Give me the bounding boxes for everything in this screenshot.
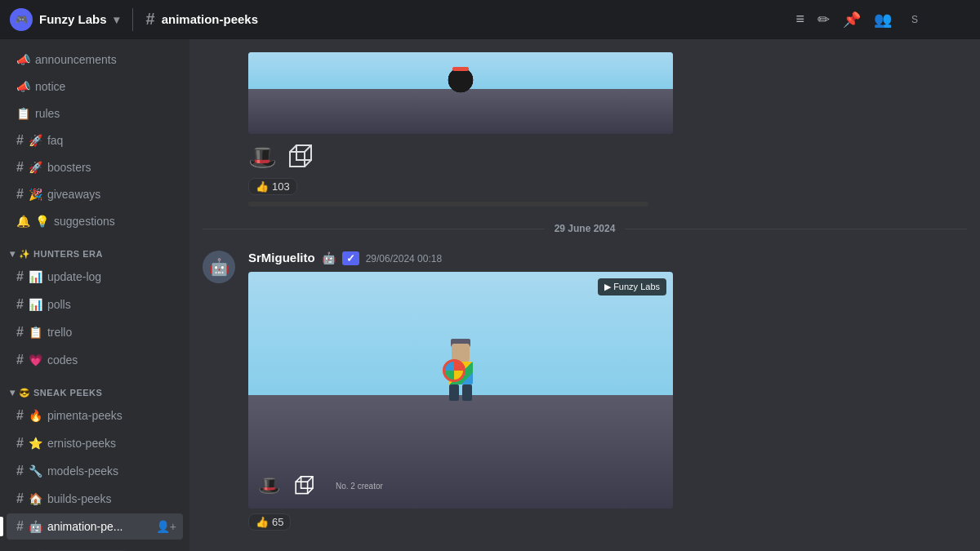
title-bar-actions: ≡ ✏ 📌 👥 S <box>795 11 970 29</box>
edit-icon[interactable]: ✏ <box>817 11 830 29</box>
svg-line-9 <box>308 488 313 493</box>
sidebar-item-codes[interactable]: # 💗 codes <box>7 347 183 373</box>
server-dropdown-icon[interactable]: ▾ <box>114 13 119 26</box>
channel-label: codes <box>47 353 78 367</box>
char-wheel <box>443 359 466 382</box>
channel-title: # animation-peeks <box>146 10 259 29</box>
sidebar-item-builds-peeks[interactable]: # 🏠 builds-peeks <box>7 486 183 512</box>
reaction-count: 103 <box>272 180 290 193</box>
separator-line-left <box>203 229 545 229</box>
polls-icon: 📊 <box>29 298 42 311</box>
megaphone-icon: 📣 <box>16 53 30 66</box>
category-emoji: 😎 <box>19 388 31 398</box>
megaphone-icon-2: 📣 <box>16 80 30 93</box>
sidebar-item-ernisto-peeks[interactable]: # ⭐ ernisto-peeks <box>7 430 183 456</box>
sidebar-item-giveaways[interactable]: # 🎉 giveaways <box>7 181 183 207</box>
pimenta-icon: 🔥 <box>29 409 42 422</box>
hash-icon: # <box>16 353 24 367</box>
badge-label: ✓ <box>342 251 359 265</box>
message-content-1: SrMiguelito 🤖 ✓ 29/06/2024 00:18 <box>248 251 967 531</box>
message-header-1: SrMiguelito 🤖 ✓ 29/06/2024 00:18 <box>248 251 967 265</box>
category-hunters-era[interactable]: ▾ ✨ HUNTERS ERA <box>0 235 189 263</box>
sidebar-item-announcements[interactable]: 📣 announcements <box>7 47 183 73</box>
bell-icon: 🔔 <box>16 215 30 228</box>
sidebar-item-pimenta-peeks[interactable]: # 🔥 pimenta-peeks <box>7 402 183 429</box>
svg-line-4 <box>305 160 311 167</box>
cube-watermark-icon <box>293 473 319 499</box>
faq-emoji-icon: 🚀 <box>29 134 42 147</box>
reaction-thumbsup-2[interactable]: 👍 65 <box>248 513 291 531</box>
title-divider <box>132 8 133 31</box>
hash-icon: # <box>16 187 24 202</box>
hash-icon: # <box>16 408 24 423</box>
channel-label: trello <box>47 326 72 339</box>
date-label: 29 June 2024 <box>555 223 616 234</box>
hash-icon: # <box>16 325 24 340</box>
avatar-emoji: 🤖 <box>209 257 229 277</box>
category-sneak-peeks[interactable]: ▾ 😎 SNEAK PEEKS <box>0 374 189 402</box>
message-partial: 🎩 👍 103 <box>189 46 980 210</box>
server-name[interactable]: 🎮 Funzy Labs ▾ <box>10 8 119 31</box>
reaction-count-2: 65 <box>272 516 283 528</box>
rules-icon: 📋 <box>16 107 30 120</box>
channel-label: boosters <box>47 161 91 174</box>
sidebar-item-faq[interactable]: # 🚀 faq <box>7 127 183 153</box>
sidebar: 📣 announcements 📣 notice 📋 rules # 🚀 faq… <box>0 39 189 551</box>
message-1: 🤖 SrMiguelito 🤖 ✓ 29/06/2024 00:18 <box>189 247 980 534</box>
hash-icon: # <box>16 519 24 534</box>
category-arrow: ▾ <box>10 248 16 260</box>
reaction-thumbsup-1[interactable]: 👍 103 <box>248 178 297 195</box>
trello-icon: 📋 <box>29 326 42 339</box>
hash-icon: # <box>16 436 24 451</box>
date-separator: 29 June 2024 <box>189 210 980 247</box>
partial-content: 🎩 👍 103 <box>248 52 673 207</box>
hash-icon: # <box>16 160 24 175</box>
sidebar-item-suggestions[interactable]: 🔔 💡 suggestions <box>7 208 183 234</box>
username-emoji: 🤖 <box>322 251 336 264</box>
sidebar-item-models-peeks[interactable]: # 🔧 models-peeks <box>7 458 183 484</box>
hat-watermark-icon: 🎩 <box>258 475 280 496</box>
new-unreads-item[interactable]: # ▲ NEW UNREADS <box>7 544 183 551</box>
channel-label: announcements <box>35 53 117 66</box>
giveaways-emoji-icon: 🎉 <box>29 188 42 201</box>
thread-icon[interactable]: ≡ <box>795 11 804 28</box>
sidebar-item-rules[interactable]: 📋 rules <box>7 100 183 127</box>
channel-label: giveaways <box>47 188 100 201</box>
char-leg-left <box>449 384 459 401</box>
top-channels: 📣 announcements 📣 notice 📋 rules # 🚀 faq… <box>0 39 189 235</box>
reaction-emoji-2: 👍 <box>256 516 269 528</box>
chat-area: 🎩 👍 103 <box>189 39 980 551</box>
sidebar-item-update-log[interactable]: # 📊 update-log <box>7 264 183 290</box>
channel-name-header: animation-peeks <box>162 12 258 26</box>
add-member-icon[interactable]: 👤+ <box>156 520 176 533</box>
ernisto-icon: ⭐ <box>29 437 42 450</box>
sidebar-item-polls[interactable]: # 📊 polls <box>7 291 183 318</box>
pin-icon[interactable]: 📌 <box>843 11 861 29</box>
reaction-bar-2: 👍 65 <box>248 513 967 531</box>
server-icon: 🎮 <box>10 8 33 31</box>
messages-container: 🎩 👍 103 <box>189 39 980 551</box>
category-label: HUNTERS ERA <box>33 249 103 259</box>
codes-icon: 💗 <box>29 353 42 367</box>
sidebar-item-trello[interactable]: # 📋 trello <box>7 319 183 345</box>
members-icon[interactable]: 👥 <box>874 11 892 29</box>
main-layout: 📣 announcements 📣 notice 📋 rules # 🚀 faq… <box>0 39 980 551</box>
search-header-icon[interactable]: S <box>905 11 970 28</box>
char-leg-right <box>462 384 472 401</box>
channel-label: animation-pe... <box>47 520 123 533</box>
channel-label: faq <box>47 134 63 147</box>
avatar-srmiguelito[interactable]: 🤖 <box>203 251 235 283</box>
partial-screenshot <box>248 52 673 134</box>
sidebar-item-boosters[interactable]: # 🚀 boosters <box>7 154 183 180</box>
svg-line-8 <box>308 477 313 482</box>
channel-label: polls <box>47 298 71 311</box>
sidebar-item-animation-peeks[interactable]: # 🤖 animation-pe... 👤+ <box>7 513 183 540</box>
watermark-logos-1: 🎩 <box>248 140 673 173</box>
sidebar-item-notice[interactable]: 📣 notice <box>7 73 183 100</box>
hash-icon: # <box>16 269 24 284</box>
channel-label: models-peeks <box>47 464 118 478</box>
separator-line-right <box>625 229 967 229</box>
channel-label: pimenta-peeks <box>47 409 122 422</box>
channel-label: suggestions <box>54 215 115 228</box>
overlay-button[interactable]: ▶ Funzy Labs <box>598 278 666 295</box>
